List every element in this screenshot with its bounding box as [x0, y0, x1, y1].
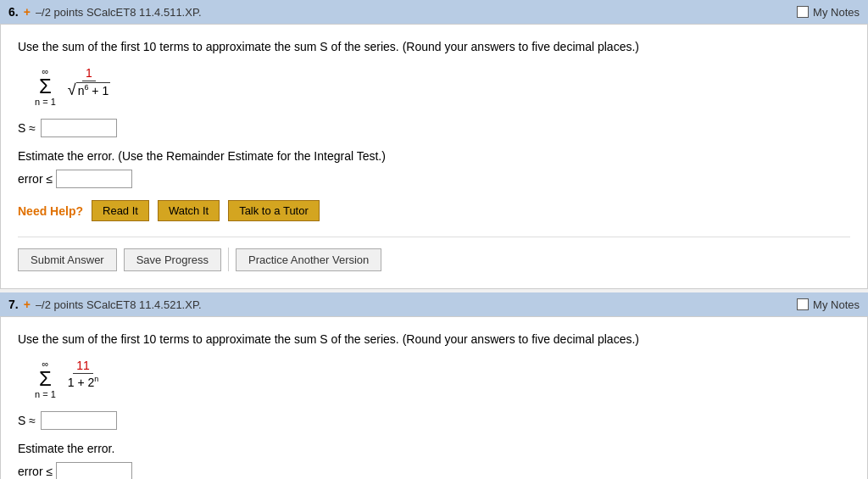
divider-6	[228, 248, 229, 271]
my-notes-label-7: My Notes	[813, 298, 860, 311]
plus-icon-6: +	[24, 5, 31, 19]
watch-it-btn-6[interactable]: Watch It	[158, 200, 220, 221]
my-notes-label-6: My Notes	[813, 6, 860, 19]
notes-icon-7	[797, 298, 809, 310]
problem-6-formula: ∞ Σ n = 1 1 √ n6 + 1	[35, 66, 850, 107]
read-it-btn-6[interactable]: Read It	[92, 200, 149, 221]
s-label-7: S ≈	[18, 414, 36, 427]
problem-6-text: Use the sum of the first 10 terms to app…	[18, 38, 850, 56]
need-help-label-6: Need Help?	[18, 204, 83, 218]
sigma-7: ∞ Σ n = 1	[35, 359, 56, 399]
denominator-7: 1 + 2n	[64, 374, 103, 389]
s-label-6: S ≈	[18, 121, 36, 135]
error-label-6: error ≤	[18, 172, 53, 186]
problem-7-points: –/2 points SCalcET8 11.4.521.XP.	[36, 298, 202, 311]
s-input-7[interactable]	[41, 411, 117, 430]
error-label-7: error ≤	[18, 465, 53, 478]
problem-7-number: 7.	[8, 298, 19, 311]
problem-6-body: Use the sum of the first 10 terms to app…	[0, 24, 868, 289]
error-input-7[interactable]	[56, 462, 132, 479]
need-help-row-6: Need Help? Read It Watch It Talk to a Tu…	[18, 200, 850, 221]
fraction-7: 11 1 + 2n	[64, 359, 103, 389]
problem-6: 6. + –/2 points SCalcET8 11.4.511.XP. My…	[0, 0, 868, 289]
fraction-6: 1 √ n6 + 1	[64, 66, 114, 97]
estimate-section-6: Estimate the error. (Use the Remainder E…	[18, 149, 850, 188]
problem-7-text: Use the sum of the first 10 terms to app…	[18, 331, 850, 348]
practice-btn-6[interactable]: Practice Another Version	[236, 248, 381, 271]
problem-7-formula: ∞ Σ n = 1 11 1 + 2n	[35, 359, 850, 399]
s-input-row-7: S ≈	[18, 411, 850, 430]
error-row-6: error ≤	[18, 170, 850, 188]
my-notes-btn-6[interactable]: My Notes	[797, 6, 860, 19]
talk-tutor-btn-6[interactable]: Talk to a Tutor	[228, 200, 320, 221]
problem-6-number: 6.	[8, 5, 19, 19]
numerator-7: 11	[73, 359, 93, 374]
s-input-6[interactable]	[41, 119, 117, 137]
error-input-6[interactable]	[56, 170, 132, 188]
plus-icon-7: +	[24, 298, 31, 311]
submit-btn-6[interactable]: Submit Answer	[18, 248, 117, 271]
estimate-text-6: Estimate the error. (Use the Remainder E…	[18, 149, 850, 163]
action-row-6: Submit Answer Save Progress Practice Ano…	[18, 237, 850, 271]
problem-7: 7. + –/2 points SCalcET8 11.4.521.XP. My…	[0, 292, 868, 479]
sigma-6: ∞ Σ n = 1	[35, 66, 56, 107]
denominator-6: √ n6 + 1	[64, 81, 114, 97]
estimate-section-7: Estimate the error. error ≤	[18, 442, 850, 479]
problem-6-header: 6. + –/2 points SCalcET8 11.4.511.XP. My…	[0, 0, 868, 24]
problem-7-body: Use the sum of the first 10 terms to app…	[0, 316, 868, 479]
problem-7-header: 7. + –/2 points SCalcET8 11.4.521.XP. My…	[0, 292, 868, 316]
notes-icon-6	[797, 6, 809, 18]
my-notes-btn-7[interactable]: My Notes	[797, 298, 860, 311]
problem-6-points: –/2 points SCalcET8 11.4.511.XP.	[36, 6, 202, 19]
numerator-6: 1	[82, 66, 96, 81]
estimate-text-7: Estimate the error.	[18, 442, 850, 455]
error-row-7: error ≤	[18, 462, 850, 479]
s-input-row-6: S ≈	[18, 119, 850, 137]
save-btn-6[interactable]: Save Progress	[124, 248, 221, 271]
